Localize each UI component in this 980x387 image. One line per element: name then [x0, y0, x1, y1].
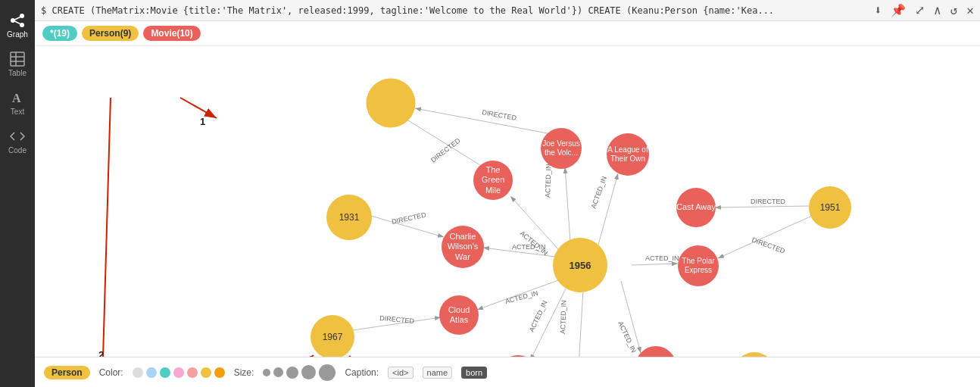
- svg-line-20: [598, 173, 618, 245]
- svg-line-45: [101, 98, 111, 357]
- close-icon[interactable]: ✕: [966, 3, 974, 17]
- svg-line-46: [273, 355, 314, 357]
- table-icon: [9, 51, 26, 67]
- node-1951[interactable]: 1951: [809, 186, 851, 229]
- svg-line-23: [415, 108, 551, 134]
- svg-text:DIRECTED: DIRECTED: [751, 198, 786, 205]
- sidebar: Graph Table A Text Code: [0, 0, 35, 387]
- legend-person-badge[interactable]: Person: [44, 366, 90, 379]
- svg-line-48: [349, 356, 382, 357]
- sidebar-item-table[interactable]: Table: [0, 45, 35, 83]
- svg-text:ACTED_IN: ACTED_IN: [589, 175, 608, 209]
- size-swatch-1[interactable]: [273, 367, 283, 377]
- sidebar-label-graph: Graph: [7, 30, 28, 39]
- svg-text:ACTED_IN: ACTED_IN: [645, 254, 679, 262]
- annotation-1: 1: [200, 116, 205, 127]
- svg-line-19: [565, 167, 570, 242]
- legend-size-circles: [263, 364, 336, 381]
- svg-line-3: [15, 17, 20, 20]
- sidebar-item-text[interactable]: A Text: [0, 83, 35, 122]
- annotation-2: 2: [98, 349, 104, 357]
- color-swatch-4[interactable]: [187, 367, 198, 378]
- text-icon: A: [9, 89, 26, 106]
- sidebar-label-code: Code: [8, 146, 27, 154]
- size-swatch-0[interactable]: [263, 369, 270, 376]
- code-icon: [9, 128, 26, 145]
- color-swatch-3[interactable]: [173, 367, 184, 378]
- svg-line-18: [579, 290, 583, 357]
- legend-color-label: Color:: [99, 367, 123, 378]
- node-1967[interactable]: 1967: [311, 315, 354, 357]
- size-swatch-4[interactable]: [319, 364, 336, 381]
- svg-point-1: [20, 14, 24, 18]
- svg-text:DIRECTED: DIRECTED: [482, 108, 518, 122]
- sidebar-label-table: Table: [8, 69, 27, 77]
- svg-text:DIRECTED: DIRECTED: [391, 211, 427, 226]
- node-ntop[interactable]: [367, 79, 416, 128]
- expand-icon[interactable]: ⤢: [915, 3, 925, 17]
- svg-text:ACTED_IN: ACTED_IN: [519, 229, 550, 257]
- caption-option-name[interactable]: name: [423, 367, 453, 379]
- download-icon[interactable]: ⬇: [874, 3, 882, 17]
- size-swatch-2[interactable]: [286, 367, 298, 379]
- svg-text:ACTED_IN: ACTED_IN: [544, 164, 553, 198]
- svg-line-12: [371, 216, 444, 237]
- svg-line-13: [353, 317, 441, 330]
- svg-text:ACTED_IN: ACTED_IN: [504, 289, 539, 305]
- svg-line-22: [621, 281, 641, 353]
- badge-person[interactable]: Person(9): [82, 26, 139, 41]
- svg-line-16: [477, 279, 560, 310]
- node-1931[interactable]: 1931: [326, 195, 372, 240]
- sidebar-item-graph[interactable]: Graph: [0, 6, 35, 45]
- node-da-vinci[interactable]: The Da Vinci Code: [498, 355, 538, 357]
- size-swatch-3[interactable]: [301, 365, 316, 379]
- svg-line-4: [15, 21, 20, 24]
- node-youve-got-mail[interactable]: You've Got Mail: [635, 346, 676, 357]
- legend-size-label: Size:: [234, 367, 254, 378]
- svg-point-2: [20, 23, 24, 27]
- badge-movie[interactable]: Movie(10): [143, 26, 200, 41]
- svg-text:DIRECTED: DIRECTED: [751, 236, 786, 254]
- svg-text:A: A: [12, 92, 21, 105]
- up-icon[interactable]: ∧: [934, 3, 941, 17]
- node-league[interactable]: A League of Their Own: [607, 133, 649, 176]
- node-1956[interactable]: 1956: [553, 238, 607, 292]
- header-query-text: $ CREATE (TheMatrix:Movie {title:'The Ma…: [41, 5, 874, 16]
- node-polar-express[interactable]: The Polar Express: [678, 245, 719, 286]
- header-icons: ⬇ 📌 ⤢ ∧ ↺ ✕: [874, 3, 974, 17]
- graph-icon: [9, 12, 26, 29]
- node-1941[interactable]: 1941: [733, 352, 776, 357]
- svg-line-14: [510, 196, 558, 249]
- legend-color-circles: [133, 367, 225, 378]
- node-cast-away[interactable]: Cast Away: [676, 188, 716, 227]
- svg-rect-5: [11, 52, 24, 66]
- svg-line-17: [530, 289, 566, 357]
- svg-line-11: [398, 114, 486, 169]
- pin-icon[interactable]: 📌: [891, 3, 906, 17]
- node-charlie-wilson[interactable]: Charlie Wilson's War: [442, 226, 484, 268]
- sidebar-label-text: Text: [11, 108, 24, 116]
- svg-text:DIRECTED: DIRECTED: [429, 136, 462, 164]
- svg-text:DIRECTED: DIRECTED: [379, 314, 415, 325]
- caption-option-id[interactable]: <id>: [388, 367, 413, 379]
- main-panel: $ CREATE (TheMatrix:Movie {title:'The Ma…: [35, 0, 980, 387]
- svg-point-0: [11, 18, 15, 23]
- badge-all[interactable]: *(19): [42, 26, 77, 41]
- color-swatch-5[interactable]: [201, 367, 211, 378]
- legend-bar: Person Color: Size: Caption: <id> name b…: [35, 357, 980, 387]
- color-swatch-0[interactable]: [133, 367, 143, 378]
- svg-line-44: [180, 98, 217, 118]
- color-swatch-1[interactable]: [146, 367, 157, 378]
- node-joe-versus[interactable]: Joe Versus the Volc...: [541, 128, 582, 169]
- svg-text:ACTED_IN: ACTED_IN: [528, 299, 549, 333]
- node-green-mile[interactable]: The Green Mile: [473, 161, 513, 200]
- caption-option-born[interactable]: born: [461, 367, 487, 379]
- color-swatch-6[interactable]: [214, 367, 225, 378]
- toolbar: *(19) Person(9) Movie(10): [35, 21, 980, 46]
- refresh-icon[interactable]: ↺: [950, 3, 958, 17]
- node-cloud-atlas[interactable]: Cloud Atlas: [439, 295, 479, 335]
- color-swatch-2[interactable]: [160, 367, 170, 378]
- graph-canvas[interactable]: DIRECTED DIRECTED DIRECTED ACTED_IN ACTE…: [35, 46, 980, 357]
- sidebar-item-code[interactable]: Code: [0, 122, 35, 161]
- header-bar: $ CREATE (TheMatrix:Movie {title:'The Ma…: [35, 0, 980, 21]
